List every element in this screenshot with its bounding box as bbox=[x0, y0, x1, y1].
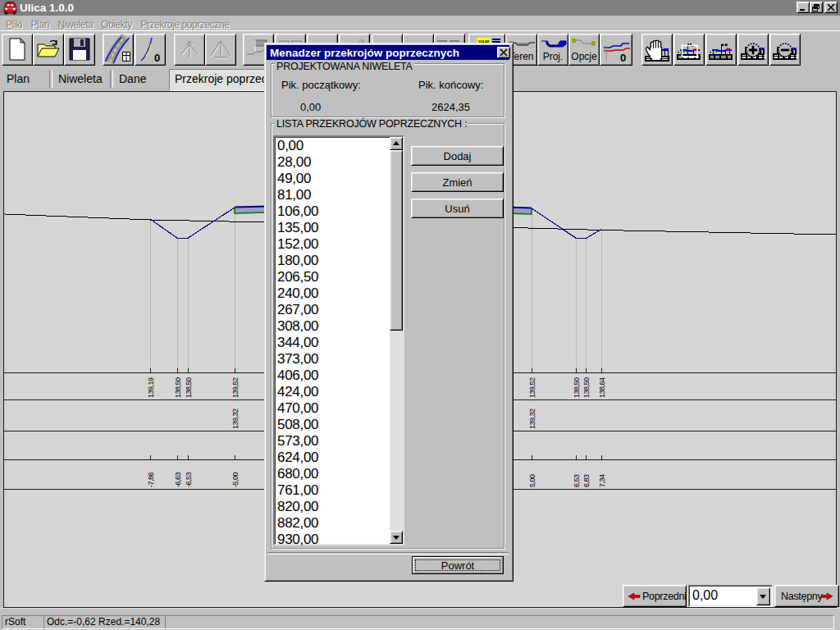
svg-text:-6,63: -6,63 bbox=[174, 472, 182, 487]
svg-text:6,53: 6,53 bbox=[573, 474, 581, 487]
svg-text:139,32: 139,32 bbox=[528, 409, 536, 429]
svg-text:138,50: 138,50 bbox=[582, 377, 591, 398]
svg-text:0: 0 bbox=[154, 52, 160, 64]
svg-text:0: 0 bbox=[620, 52, 626, 64]
svg-text:-5,00: -5,00 bbox=[231, 472, 240, 487]
svg-text:139,52: 139,52 bbox=[528, 377, 536, 398]
svg-text:6,83: 6,83 bbox=[582, 474, 591, 487]
svg-text:-7,86: -7,86 bbox=[147, 472, 155, 487]
svg-text:7,34: 7,34 bbox=[598, 474, 606, 487]
svg-text:139,52: 139,52 bbox=[231, 377, 240, 398]
svg-text:139,19: 139,19 bbox=[147, 377, 155, 398]
svg-text:5,00: 5,00 bbox=[528, 474, 536, 487]
svg-text:138,64: 138,64 bbox=[598, 377, 606, 398]
svg-text:138,50: 138,50 bbox=[185, 377, 193, 398]
svg-text:139,32: 139,32 bbox=[231, 409, 240, 429]
svg-text:138,50: 138,50 bbox=[573, 377, 581, 398]
svg-text:-6,53: -6,53 bbox=[185, 472, 193, 487]
svg-text:138,50: 138,50 bbox=[174, 377, 182, 398]
